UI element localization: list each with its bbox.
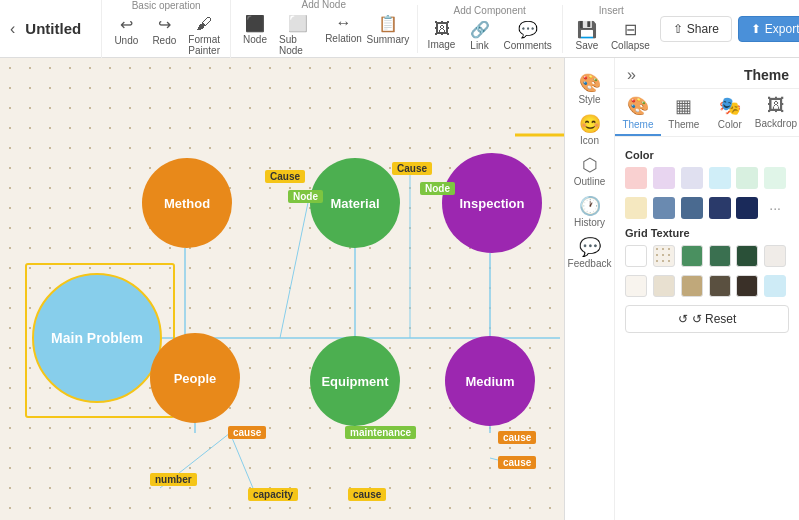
texture-grid-1	[625, 245, 789, 267]
document-title: Untitled	[21, 20, 101, 37]
link-icon: 🔗	[470, 20, 490, 39]
color-swatch-7[interactable]	[625, 197, 647, 219]
texture-swatch-3[interactable]	[681, 245, 703, 267]
feedback-icon: 💬	[579, 236, 601, 258]
side-panel: 🎨 Style 😊 Icon ⬡ Outline 🕐 History 💬 Fee…	[564, 58, 799, 520]
texture-swatch-6[interactable]	[764, 245, 786, 267]
tab-color[interactable]: 🎭 Color	[707, 89, 753, 136]
export-icon: ⬆	[751, 22, 761, 36]
collapse-icon: ⊟	[624, 20, 637, 39]
node-label-1: Node	[288, 190, 323, 203]
collapse-button[interactable]: ⊟Collapse	[607, 18, 654, 53]
color-swatch-9[interactable]	[681, 197, 703, 219]
feedback-icon-item[interactable]: 💬 Feedback	[565, 232, 614, 273]
summary-button[interactable]: 📋Summary	[365, 12, 410, 58]
capacity-label: capacity	[248, 488, 298, 501]
relation-button[interactable]: ↔Relation	[324, 12, 364, 58]
emoji-icon: 😊	[579, 113, 601, 135]
style-icon-item[interactable]: 🎨 Style	[565, 68, 614, 109]
inspection-node[interactable]: Inspection	[442, 153, 542, 253]
reset-icon: ↺	[678, 312, 688, 326]
color-swatch-3[interactable]	[681, 167, 703, 189]
maintenance-label: maintenance	[345, 426, 416, 439]
texture-swatch-8[interactable]	[653, 275, 675, 297]
cause-label-2: Cause	[392, 162, 432, 175]
toolbar-right: ⇧ Share ⬆ Export	[660, 16, 799, 42]
undo-icon: ↩	[120, 15, 133, 34]
backdrop-tab-icon: 🖼	[767, 95, 785, 116]
color-swatch-5[interactable]	[736, 167, 758, 189]
format-painter-icon: 🖌	[196, 15, 212, 33]
redo-icon: ↪	[158, 15, 171, 34]
texture-swatch-7[interactable]	[625, 275, 647, 297]
node-label-2: Node	[420, 182, 455, 195]
color-swatch-6[interactable]	[764, 167, 786, 189]
style-icon: 🎨	[579, 72, 601, 94]
relation-icon: ↔	[335, 14, 351, 32]
save-icon: 💾	[577, 20, 597, 39]
texture-swatch-10[interactable]	[709, 275, 731, 297]
texture-grid-2	[625, 275, 789, 297]
material-node[interactable]: Material	[310, 158, 400, 248]
toolbar: ‹ Untitled Basic operation ↩Undo ↪Redo 🖌…	[0, 0, 799, 58]
tab-theme2[interactable]: ▦ Theme	[661, 89, 707, 136]
undo-button[interactable]: ↩Undo	[108, 13, 144, 58]
basic-operation-group: Basic operation ↩Undo ↪Redo 🖌Format Pain…	[101, 0, 230, 58]
outline-icon: ⬡	[582, 154, 598, 176]
add-node-group: Add Node ⬛Node ⬜Sub Node ↔Relation 📋Summ…	[230, 0, 417, 58]
format-painter-button[interactable]: 🖌Format Painter	[184, 13, 224, 58]
save-button[interactable]: 💾Save	[569, 18, 605, 53]
main-area: Main Problem Method Material Inspection …	[0, 58, 799, 520]
color-swatch-1[interactable]	[625, 167, 647, 189]
image-button[interactable]: 🖼Image	[424, 18, 460, 53]
equipment-node[interactable]: Equipment	[310, 336, 400, 426]
back-button[interactable]: ‹	[4, 16, 21, 42]
export-button[interactable]: ⬆ Export	[738, 16, 799, 42]
sub-node-button[interactable]: ⬜Sub Node	[275, 12, 322, 58]
grid-texture-label: Grid Texture	[625, 227, 789, 239]
texture-swatch-9[interactable]	[681, 275, 703, 297]
insert-group: Insert 💾Save ⊟Collapse	[562, 5, 660, 53]
texture-swatch-4[interactable]	[709, 245, 731, 267]
redo-button[interactable]: ↪Redo	[146, 13, 182, 58]
comments-button[interactable]: 💬Comments	[500, 18, 556, 53]
color-swatch-4[interactable]	[709, 167, 731, 189]
method-node[interactable]: Method	[142, 158, 232, 248]
link-button[interactable]: 🔗Link	[462, 18, 498, 53]
tab-backdrop[interactable]: 🖼 Backdrop	[753, 89, 799, 136]
color-tab-icon: 🎭	[719, 95, 741, 117]
people-node[interactable]: People	[150, 333, 240, 423]
color-swatch-11[interactable]	[736, 197, 758, 219]
yellow-arrow	[510, 118, 564, 153]
texture-swatch-2[interactable]	[653, 245, 675, 267]
color-swatch-2[interactable]	[653, 167, 675, 189]
icon-icon-item[interactable]: 😊 Icon	[565, 109, 614, 150]
tab-theme[interactable]: 🎨 Theme	[615, 89, 661, 136]
sub-node-icon: ⬜	[288, 14, 308, 33]
theme2-tab-icon: ▦	[675, 95, 692, 117]
color-swatch-10[interactable]	[709, 197, 731, 219]
texture-swatch-1[interactable]	[625, 245, 647, 267]
texture-swatch-5[interactable]	[736, 245, 758, 267]
comments-icon: 💬	[518, 20, 538, 39]
reset-button[interactable]: ↺ ↺ Reset	[625, 305, 789, 333]
diagram-canvas[interactable]: Main Problem Method Material Inspection …	[0, 58, 564, 520]
color-swatch-8[interactable]	[653, 197, 675, 219]
share-icon: ⇧	[673, 22, 683, 36]
expand-panel-button[interactable]: »	[625, 66, 638, 84]
cause-label-1: Cause	[265, 170, 305, 183]
history-icon-item[interactable]: 🕐 History	[565, 191, 614, 232]
node-button[interactable]: ⬛Node	[237, 12, 273, 58]
medium-node[interactable]: Medium	[445, 336, 535, 426]
share-button[interactable]: ⇧ Share	[660, 16, 732, 42]
texture-swatch-12[interactable]	[764, 275, 786, 297]
theme-panel: » Theme 🎨 Theme ▦ Theme 🎭 Color 🖼	[615, 58, 799, 520]
outline-icon-item[interactable]: ⬡ Outline	[565, 150, 614, 191]
number-label: number	[150, 473, 197, 486]
panel-tabs: 🎨 Theme ▦ Theme 🎭 Color 🖼 Backdrop	[615, 89, 799, 137]
more-colors-button[interactable]: ···	[764, 197, 786, 219]
texture-swatch-11[interactable]	[736, 275, 758, 297]
cause-label-3: cause	[228, 426, 266, 439]
main-problem-node[interactable]: Main Problem	[32, 273, 162, 403]
svg-line-11	[230, 433, 255, 493]
